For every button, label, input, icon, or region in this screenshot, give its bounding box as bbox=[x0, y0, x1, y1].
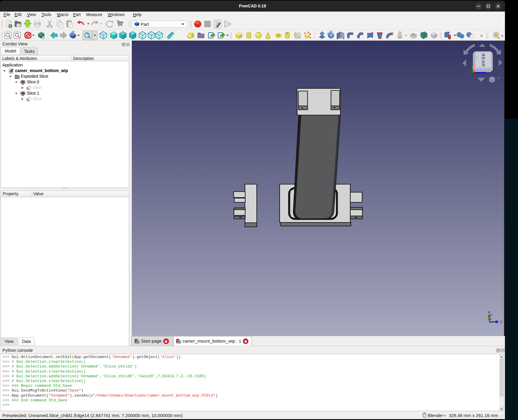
svg-text:Y: Y bbox=[471, 65, 474, 69]
svg-text:Z: Z bbox=[491, 70, 493, 75]
svg-text:»: » bbox=[480, 33, 483, 38]
svg-text:?: ? bbox=[121, 20, 123, 27]
svg-text:X: X bbox=[476, 55, 478, 59]
svg-text:Z: Z bbox=[500, 320, 502, 324]
svg-text:»: » bbox=[501, 33, 503, 38]
svg-text:REAR: REAR bbox=[481, 54, 486, 67]
svg-text:Part: Part bbox=[141, 22, 149, 27]
svg-text:Y: Y bbox=[490, 314, 492, 317]
